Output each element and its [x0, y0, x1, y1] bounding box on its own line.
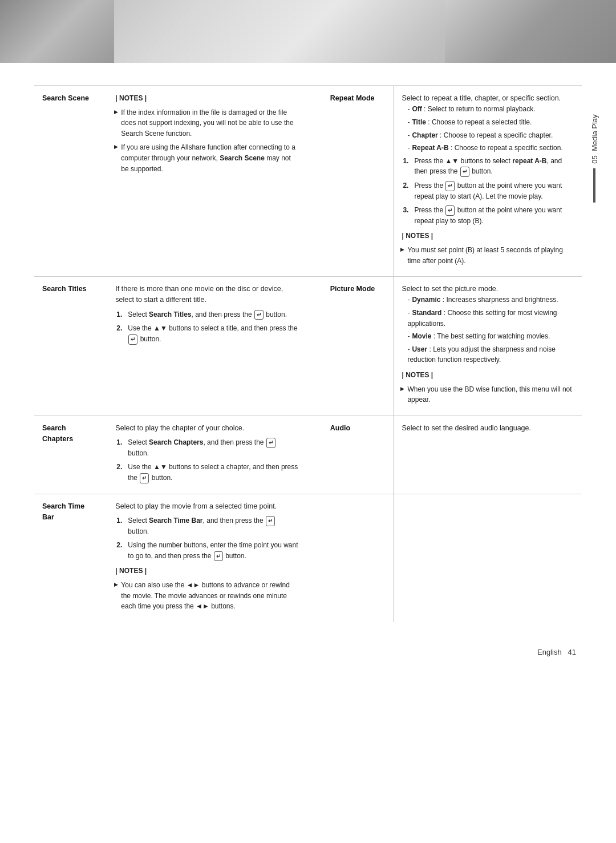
search-scene-label: Search Scene: [34, 86, 107, 277]
table-row: SearchChapters Select to play the chapte…: [34, 416, 582, 494]
enter-button-icon: ↵: [140, 473, 149, 483]
step-list: 1. Select Search Time Bar, and then pres…: [115, 515, 298, 561]
col-divider: [306, 416, 322, 494]
page-footer: English 41: [537, 648, 576, 656]
step-text: Use the ▲▼ buttons to select a title, an…: [128, 323, 298, 344]
col-divider: [306, 277, 322, 416]
step-list: 1. Press the ▲▼ buttons to select repeat…: [402, 156, 574, 227]
page-number: 41: [568, 648, 576, 656]
notes-item: You must set point (B) at least 5 second…: [402, 245, 574, 266]
dash-item: Movie : The best setting for watching mo…: [407, 331, 574, 342]
notes-header: | NOTES |: [115, 93, 298, 104]
step-item: 1. Select Search Time Bar, and then pres…: [116, 515, 298, 537]
dash-item: Standard : Choose this setting for most …: [407, 308, 574, 329]
step-item: 2. Use the ▲▼ buttons to select a title,…: [116, 323, 298, 344]
enter-button-icon: ↵: [445, 181, 455, 191]
audio-label: Audio: [322, 416, 394, 494]
repeat-mode-content: Select to repeat a title, chapter, or sp…: [394, 86, 582, 277]
repeat-mode-label: Repeat Mode: [322, 86, 394, 277]
enter-button-icon: ↵: [128, 334, 137, 345]
step-num: 2.: [403, 180, 411, 201]
step-num: 2.: [116, 540, 124, 561]
search-chapters-content: Select to play the chapter of your choic…: [107, 416, 306, 494]
repeat-intro: Select to repeat a title, chapter, or sp…: [402, 93, 574, 104]
table-row: Search Scene | NOTES | If the index info…: [34, 86, 582, 277]
step-text: Select Search Titles, and then press the…: [128, 309, 287, 320]
dash-item: Off : Select to return to normal playbac…: [407, 104, 574, 115]
step-text: Select Search Time Bar, and then press t…: [128, 515, 298, 537]
step-num: 1.: [116, 437, 124, 458]
empty-right-label: [322, 494, 394, 622]
step-item: 2. Use the ▲▼ buttons to select a chapte…: [116, 462, 298, 483]
step-item: 3. Press the ↵ button at the point where…: [403, 205, 574, 226]
enter-button-icon: ↵: [214, 551, 223, 562]
picture-mode-intro: Select to set the picture mode.: [402, 284, 574, 295]
step-num: 3.: [403, 205, 411, 226]
step-item: 2. Press the ↵ button at the point where…: [403, 180, 574, 201]
step-text: Select Search Chapters, and then press t…: [128, 437, 298, 458]
step-num: 1.: [403, 156, 411, 177]
audio-content: Select to set the desired audio language…: [394, 416, 582, 494]
step-num: 1.: [116, 515, 124, 537]
col-divider: [306, 86, 322, 277]
step-item: 2. Using the number buttons, enter the t…: [116, 540, 298, 561]
step-text: Using the number buttons, enter the time…: [128, 540, 298, 561]
col-divider: [306, 494, 322, 622]
step-num: 2.: [116, 462, 124, 483]
step-text: Use the ▲▼ buttons to select a chapter, …: [128, 462, 298, 483]
dash-item: Chapter : Choose to repeat a specific ch…: [407, 130, 574, 141]
enter-button-icon: ↵: [266, 516, 275, 526]
search-chapters-label: SearchChapters: [34, 416, 107, 494]
step-list: 1. Select Search Titles, and then press …: [115, 309, 298, 345]
content-wrapper: Search Scene | NOTES | If the index info…: [0, 63, 616, 679]
search-scene-content: | NOTES | If the index information in th…: [107, 86, 306, 277]
enter-button-icon: ↵: [266, 438, 275, 448]
search-time-bar-intro: Select to play the movie from a selected…: [115, 501, 298, 512]
notes-item: If the index information in the file is …: [115, 107, 298, 139]
enter-button-icon: ↵: [445, 205, 455, 216]
picture-mode-content: Select to set the picture mode. Dynamic …: [394, 277, 582, 416]
table-row: Search TimeBar Select to play the movie …: [34, 494, 582, 622]
footer-text: English: [537, 648, 562, 656]
notes-item: When you use the BD wise function, this …: [402, 384, 574, 405]
dash-item: Title : Choose to repeat a selected titl…: [407, 117, 574, 128]
search-titles-intro: If there is more than one movie on the d…: [115, 284, 298, 306]
empty-right-content: [394, 494, 582, 622]
search-chapters-intro: Select to play the chapter of your choic…: [115, 423, 298, 434]
notes-header: | NOTES |: [115, 566, 298, 576]
dash-item: Dynamic : Increases sharpness and bright…: [407, 295, 574, 305]
dash-item: Repeat A-B : Choose to repeat a specific…: [407, 143, 574, 154]
notes-item: If you are using the Allshare function a…: [115, 142, 298, 174]
audio-text: Select to set the desired audio language…: [402, 424, 531, 432]
enter-button-icon: ↵: [254, 310, 264, 320]
step-num: 2.: [116, 323, 124, 344]
step-num: 1.: [116, 309, 124, 320]
notes-item: You can also use the ◄► buttons to advan…: [115, 580, 298, 612]
main-table: Search Scene | NOTES | If the index info…: [34, 86, 582, 622]
table-row: Search Titles If there is more than one …: [34, 277, 582, 416]
enter-button-icon: ↵: [460, 167, 469, 177]
search-titles-content: If there is more than one movie on the d…: [107, 277, 306, 416]
notes-header: | NOTES |: [402, 370, 574, 381]
step-text: Press the ↵ button at the point where yo…: [414, 180, 574, 201]
step-item: 1. Select Search Chapters, and then pres…: [116, 437, 298, 458]
notes-header: | NOTES |: [402, 231, 574, 241]
step-text: Press the ▲▼ buttons to select repeat A-…: [414, 156, 574, 177]
step-text: Press the ↵ button at the point where yo…: [414, 205, 574, 226]
search-titles-label: Search Titles: [34, 277, 107, 416]
header-banner: [0, 0, 616, 63]
picture-mode-label: Picture Mode: [322, 277, 394, 416]
search-time-bar-label: Search TimeBar: [34, 494, 107, 622]
step-list: 1. Select Search Chapters, and then pres…: [115, 437, 298, 483]
step-item: 1. Press the ▲▼ buttons to select repeat…: [403, 156, 574, 177]
step-item: 1. Select Search Titles, and then press …: [116, 309, 298, 320]
search-time-bar-content: Select to play the movie from a selected…: [107, 494, 306, 622]
dash-item: User : Lets you adjust the sharpness and…: [407, 344, 574, 365]
